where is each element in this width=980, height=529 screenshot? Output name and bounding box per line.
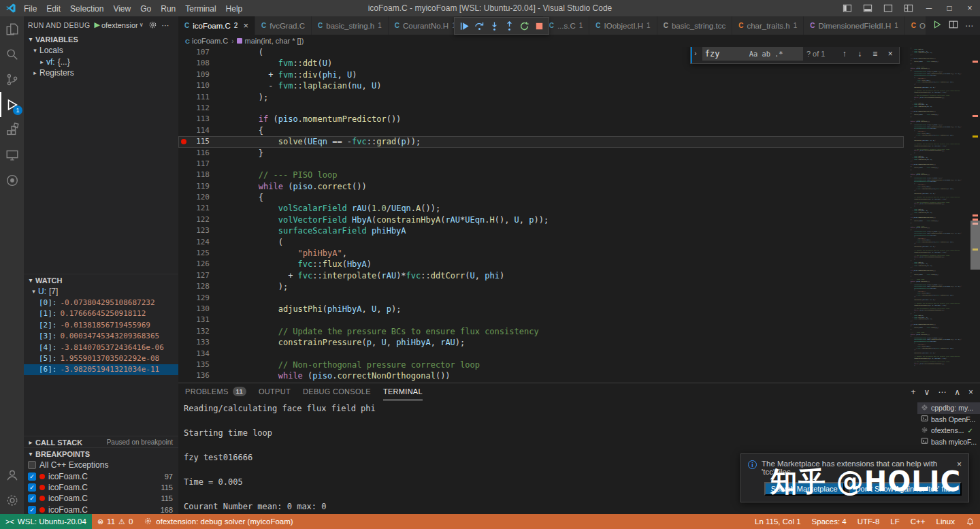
search-icon[interactable] (0, 42, 24, 67)
indentation[interactable]: Spaces: 4 (806, 514, 852, 529)
toggle-panel-icon[interactable] (858, 0, 878, 16)
code-line[interactable]: 125 "phiHbyA", (178, 248, 904, 259)
find-previous-icon[interactable]: ↑ (838, 49, 851, 59)
menu-view[interactable]: View (108, 4, 135, 14)
terminal-session[interactable]: cppdbg: my... (917, 402, 980, 414)
editor-tab[interactable]: COstrea... (905, 16, 926, 35)
editor-tab[interactable]: CCourantNo.H1 (389, 16, 463, 35)
breakpoint-row[interactable]: ✓icoFoam.C115 (24, 482, 178, 493)
watch-root[interactable]: ▾U:[7] (24, 286, 178, 297)
code-line[interactable]: 131 (178, 315, 904, 325)
minimap[interactable]: ( fvm::ddt(U) + fvm::div(phi, U) - fvm::… (904, 47, 970, 383)
debug-settings-gear-icon[interactable] (148, 20, 157, 29)
close-window-icon[interactable]: × (960, 0, 980, 16)
code-line[interactable]: 111 ); (178, 92, 904, 103)
editor-tab[interactable]: CfvcGrad.C (255, 16, 312, 35)
code-line[interactable]: 124 ( (178, 237, 904, 248)
restart-icon[interactable] (517, 19, 531, 33)
run-file-icon[interactable] (932, 20, 942, 31)
code-line[interactable]: 135 // Non-orthogonal pressure corrector… (178, 359, 904, 370)
maximize-icon[interactable]: □ (939, 0, 960, 16)
code-line[interactable]: 130 adjustPhi(phiHbyA, U, p); (178, 304, 904, 315)
code-line[interactable]: 129 (178, 293, 904, 304)
watch-item[interactable]: [1]:0.17666645250918112 (24, 308, 178, 319)
code-line[interactable]: 115 solve(UEqn == -fvc::grad(p)); (178, 136, 904, 147)
step-over-icon[interactable] (472, 19, 486, 33)
code-line[interactable]: 118 // --- PISO loop (178, 170, 904, 180)
menu-run[interactable]: Run (156, 4, 180, 14)
terminal-session[interactable]: bash myicoF... (917, 436, 980, 448)
panel-tab-problems[interactable]: PROBLEMS11 (185, 383, 246, 400)
breakpoint-checkbox[interactable] (28, 461, 36, 469)
continue-icon[interactable] (457, 19, 471, 33)
code-line[interactable]: 126 fvc::flux(HbyA) (178, 259, 904, 270)
code-line[interactable]: 134 (178, 349, 904, 359)
minimize-icon[interactable]: ─ (919, 0, 939, 16)
code-line[interactable]: 110 - fvm::laplacian(nu, U) (178, 80, 904, 91)
explorer-icon[interactable] (0, 16, 24, 42)
stop-icon[interactable] (532, 19, 546, 33)
code-editor[interactable]: 107 (108 fvm::ddt(U)109 + fvm::div(phi, … (178, 47, 980, 383)
source-control-icon[interactable] (0, 67, 24, 92)
code-line[interactable]: 137 { (178, 382, 904, 383)
breakpoint-checkbox[interactable]: ✓ (28, 494, 36, 502)
panel-more-actions-icon[interactable]: ⋯ (938, 387, 946, 397)
code-line[interactable]: 128 ); (178, 281, 904, 292)
toggle-secondary-sidebar-icon[interactable] (878, 0, 898, 16)
account-icon[interactable] (0, 462, 24, 487)
editor-tab[interactable]: Cchar_traits.h1 (732, 16, 804, 35)
match-case-icon[interactable]: Aa (747, 50, 760, 58)
tree-row[interactable]: ▸Registers (24, 67, 178, 78)
code-line[interactable]: 121 volScalarField rAU(1.0/UEqn.A()); (178, 203, 904, 214)
close-find-icon[interactable]: × (884, 49, 896, 59)
editor-tab[interactable]: Cbasic_string.h1 (312, 16, 389, 35)
customize-layout-icon[interactable] (898, 0, 919, 16)
toggle-sidebar-icon[interactable] (837, 0, 858, 16)
menu-help[interactable]: Help (221, 4, 248, 14)
find-in-selection-icon[interactable]: ≡ (869, 49, 881, 59)
menu-edit[interactable]: Edit (42, 4, 65, 14)
watch-item[interactable]: [2]:-0.01381856719455969 (24, 319, 178, 330)
code-line[interactable]: 127 + fvc::interpolate(rAU)*fvc::ddtCorr… (178, 270, 904, 281)
watch-item[interactable]: [0]:-0.073804295108687232 (24, 297, 178, 308)
breadcrumb[interactable]: C icoFoam.C› main(int, char * []) (178, 35, 980, 47)
tree-row[interactable]: ▾Locals (24, 45, 178, 56)
code-line[interactable]: 114 { (178, 125, 904, 136)
notifications-bell-icon[interactable] (960, 514, 980, 529)
menu-selection[interactable]: Selection (65, 4, 108, 14)
encoding[interactable]: UTF-8 (852, 514, 885, 529)
code-line[interactable]: 123 surfaceScalarField phiHbyA (178, 225, 904, 236)
breakpoint-row[interactable]: ✓icoFoam.C168 (24, 504, 178, 514)
test-explorer-icon[interactable] (0, 167, 24, 193)
tree-row[interactable]: ▸vf:{...} (24, 56, 178, 67)
panel-tab-debug-console[interactable]: DEBUG CONSOLE (303, 383, 371, 400)
find-next-icon[interactable]: ↓ (853, 49, 866, 59)
editor-more-actions-icon[interactable]: ⋯ (965, 21, 973, 31)
code-line[interactable]: 132 // Update the pressure BCs to ensure… (178, 326, 904, 337)
editor-tab[interactable]: CIOobjectI.H1 (589, 16, 657, 35)
breadcrumb-symbol[interactable]: main(int, char * []) (237, 37, 304, 45)
breakpoint-row[interactable]: All C++ Exceptions (24, 460, 178, 470)
whole-word-icon[interactable]: ab (760, 50, 772, 58)
find-expand-icon[interactable]: › (691, 47, 699, 63)
section-header[interactable]: ▸CALL STACKPaused on breakpoint (24, 436, 178, 448)
os-indicator[interactable]: Linux (931, 514, 961, 529)
section-header[interactable]: ▾VARIABLES (24, 33, 178, 45)
section-header[interactable]: ▾WATCH (24, 274, 178, 286)
breakpoint-checkbox[interactable]: ✓ (28, 483, 36, 492)
run-and-debug-icon[interactable]: 1 (0, 92, 24, 117)
panel-close-icon[interactable]: × (968, 387, 973, 397)
watch-item[interactable]: [5]:1.9559013703502292e-08 (24, 353, 178, 364)
breakpoint-checkbox[interactable]: ✓ (28, 506, 36, 514)
panel-maximize-icon[interactable]: ∧ (954, 387, 960, 397)
menu-terminal[interactable]: Terminal (180, 4, 220, 14)
cursor-position[interactable]: Ln 115, Col 1 (749, 514, 806, 529)
code-line[interactable]: 117 (178, 159, 904, 170)
breakpoint-checkbox[interactable]: ✓ (28, 472, 36, 481)
eol[interactable]: LF (885, 514, 904, 529)
code-line[interactable]: 109 + fvm::div(phi, U) (178, 69, 904, 80)
gutter-glyph[interactable] (178, 139, 189, 144)
code-line[interactable]: 122 volVectorField HbyA(constrainHbyA(rA… (178, 214, 904, 225)
code-line[interactable]: 119 while (piso.correct()) (178, 181, 904, 192)
code-line[interactable]: 136 while (piso.correctNonOrthogonal()) (178, 370, 904, 381)
